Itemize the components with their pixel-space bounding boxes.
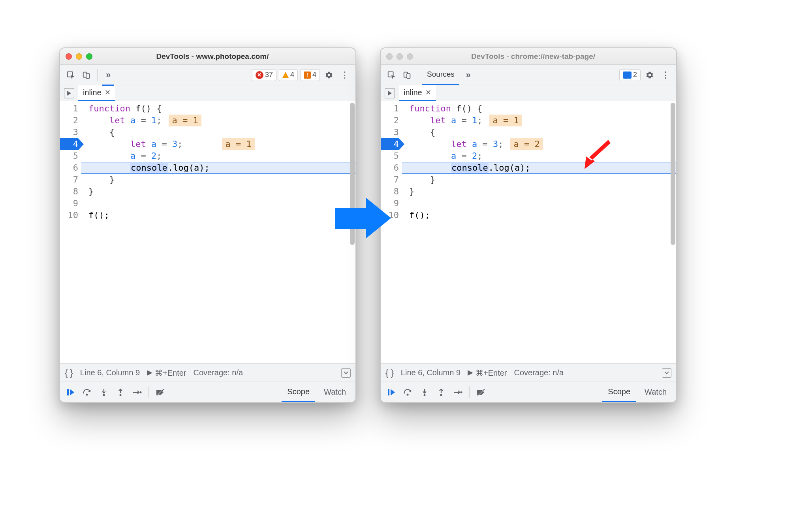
svg-point-5 <box>103 394 105 396</box>
svg-point-7 <box>140 391 142 393</box>
run-snippet-button[interactable]: ⌘+Enter <box>468 368 507 378</box>
step-icon[interactable] <box>451 386 464 399</box>
errors-badge[interactable]: ✕ 37 <box>252 69 276 81</box>
inline-value: a = 1 <box>169 115 201 126</box>
line-number[interactable]: 2 <box>60 115 78 126</box>
kebab-menu-icon[interactable]: ⋮ <box>338 68 351 82</box>
more-tabs-button[interactable]: » <box>102 68 115 82</box>
more-tabs-button[interactable]: » <box>462 68 475 82</box>
chevron-down-icon[interactable] <box>341 368 351 378</box>
svg-point-16 <box>440 394 442 396</box>
issues-count: 4 <box>312 71 316 79</box>
kebab-menu-icon[interactable]: ⋮ <box>659 68 672 82</box>
step-over-icon[interactable] <box>401 386 415 399</box>
step-into-icon[interactable] <box>97 386 111 399</box>
step-out-icon[interactable] <box>434 386 448 399</box>
titlebar[interactable]: DevTools - chrome://new-tab-page/ <box>381 48 676 65</box>
play-icon[interactable] <box>385 88 395 98</box>
selected-token: console <box>451 163 489 173</box>
file-tab-bar: inline ✕ <box>381 85 676 101</box>
file-tab-inline[interactable]: inline ✕ <box>78 85 115 101</box>
messages-count: 2 <box>633 71 637 79</box>
close-icon[interactable] <box>66 53 72 60</box>
close-tab-icon[interactable]: ✕ <box>425 88 431 97</box>
coverage-label[interactable]: Coverage: n/a <box>514 368 564 377</box>
line-number[interactable]: 2 <box>381 115 399 126</box>
titlebar[interactable]: DevTools - www.photopea.com/ <box>60 48 355 65</box>
step-into-icon[interactable] <box>418 386 431 399</box>
debugger-toolbar: Scope Watch <box>60 382 355 402</box>
device-toggle-icon[interactable] <box>80 68 93 82</box>
line-number[interactable]: 6 <box>60 162 78 174</box>
warning-icon <box>282 72 289 78</box>
file-tab-inline[interactable]: inline ✕ <box>399 85 436 101</box>
inline-value: a = 1 <box>489 115 522 126</box>
line-number[interactable]: 9 <box>60 198 78 209</box>
selected-token: console <box>130 163 168 173</box>
status-bar: { } Line 6, Column 9 ⌘+Enter Coverage: n… <box>381 363 676 382</box>
line-number[interactable]: 8 <box>381 186 399 198</box>
tab-watch[interactable]: Watch <box>318 382 351 402</box>
line-number[interactable]: 1 <box>381 103 399 115</box>
line-number[interactable]: 5 <box>60 150 78 162</box>
tab-scope[interactable]: Scope <box>282 382 315 402</box>
cursor-position: Line 6, Column 9 <box>80 368 140 377</box>
line-number[interactable]: 10 <box>60 209 78 221</box>
gear-icon[interactable] <box>322 68 336 82</box>
close-tab-icon[interactable]: ✕ <box>105 88 111 97</box>
line-number[interactable]: 3 <box>381 126 399 138</box>
svg-point-17 <box>461 391 462 393</box>
inspect-icon[interactable] <box>64 68 77 82</box>
svg-rect-3 <box>67 389 69 395</box>
step-out-icon[interactable] <box>114 386 127 399</box>
tab-scope[interactable]: Scope <box>602 382 636 402</box>
play-icon[interactable] <box>64 88 74 98</box>
execution-line-marker[interactable]: 4 <box>381 138 399 150</box>
svg-rect-2 <box>86 73 89 78</box>
code-content[interactable]: function f() { let a = 1;a = 1 { let a =… <box>81 101 355 363</box>
execution-line-marker[interactable]: 4 <box>60 138 78 150</box>
deactivate-breakpoints-icon[interactable] <box>154 386 167 399</box>
warnings-count: 4 <box>290 71 294 79</box>
pretty-print-icon[interactable]: { } <box>65 368 73 378</box>
resume-icon[interactable] <box>64 386 77 399</box>
deactivate-breakpoints-icon[interactable] <box>474 386 488 399</box>
line-number[interactable]: 7 <box>60 174 78 186</box>
messages-badge[interactable]: 2 <box>619 69 641 81</box>
inspect-icon[interactable] <box>385 68 398 82</box>
tab-watch[interactable]: Watch <box>639 382 672 402</box>
line-number[interactable]: 1 <box>60 103 78 115</box>
pretty-print-icon[interactable]: { } <box>385 368 394 378</box>
main-toolbar: Sources » 2 ⋮ <box>381 65 676 85</box>
line-number[interactable]: 6 <box>381 162 399 174</box>
resume-icon[interactable] <box>385 386 398 399</box>
gear-icon[interactable] <box>643 68 656 82</box>
transition-arrow-icon <box>335 198 394 237</box>
step-icon[interactable] <box>130 386 144 399</box>
tab-sources[interactable]: Sources <box>422 65 459 85</box>
code-content[interactable]: function f() { let a = 1;a = 1 { let a =… <box>402 101 676 363</box>
warnings-badge[interactable]: 4 <box>279 69 298 81</box>
window-title: DevTools - www.photopea.com/ <box>75 52 350 61</box>
close-icon[interactable] <box>386 53 393 60</box>
issue-icon: ! <box>304 72 311 79</box>
chevron-down-icon[interactable] <box>662 368 671 378</box>
device-toggle-icon[interactable] <box>400 68 414 82</box>
errors-count: 37 <box>265 71 273 79</box>
coverage-label[interactable]: Coverage: n/a <box>194 368 243 377</box>
line-number[interactable]: 3 <box>60 126 78 138</box>
run-snippet-button[interactable]: ⌘+Enter <box>147 368 186 378</box>
issues-badge[interactable]: ! 4 <box>300 69 320 81</box>
line-number[interactable]: 7 <box>381 174 399 186</box>
step-over-icon[interactable] <box>81 386 94 399</box>
message-icon <box>623 72 632 79</box>
scrollbar[interactable] <box>671 103 675 245</box>
error-icon: ✕ <box>256 71 263 79</box>
line-number[interactable]: 8 <box>60 186 78 198</box>
line-gutter[interactable]: 1 2 3 4 5 6 7 8 9 10 <box>60 101 81 363</box>
code-editor[interactable]: 1 2 3 4 5 6 7 8 9 10 function f() { let … <box>381 101 676 363</box>
window-title: DevTools - chrome://new-tab-page/ <box>396 52 671 61</box>
line-number[interactable]: 5 <box>381 150 399 162</box>
code-editor[interactable]: 1 2 3 4 5 6 7 8 9 10 function f() { let … <box>60 101 355 363</box>
svg-point-6 <box>120 394 122 396</box>
